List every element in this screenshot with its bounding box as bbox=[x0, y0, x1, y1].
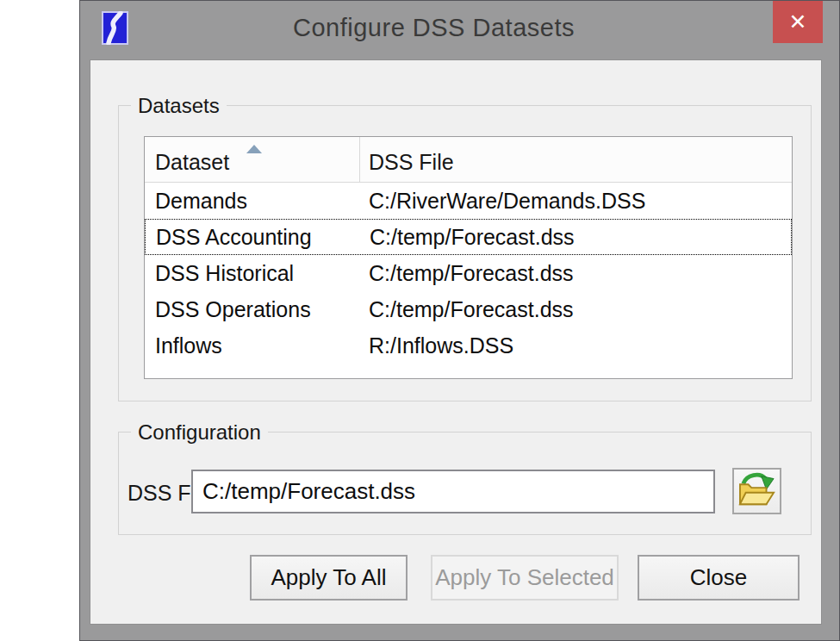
datasets-table-header: Dataset DSS File bbox=[145, 137, 792, 183]
cell-dataset: Inflows bbox=[145, 327, 360, 364]
apply-to-selected-button: Apply To Selected bbox=[431, 555, 619, 601]
configuration-group-label: Configuration bbox=[131, 420, 268, 445]
close-dialog-button[interactable]: Close bbox=[638, 555, 800, 601]
table-row[interactable]: Inflows R:/Inflows.DSS bbox=[145, 327, 792, 364]
window-title: Configure DSS Datasets bbox=[80, 14, 787, 42]
titlebar[interactable]: Configure DSS Datasets ✕ bbox=[80, 1, 839, 59]
table-row[interactable]: Demands C:/RiverWare/Demands.DSS bbox=[145, 183, 792, 219]
datasets-table[interactable]: Dataset DSS File Demands C:/RiverWare/De… bbox=[144, 136, 793, 379]
datasets-group-label: Datasets bbox=[131, 94, 227, 118]
apply-to-all-button[interactable]: Apply To All bbox=[250, 555, 408, 601]
column-header-dss-file[interactable]: DSS File bbox=[360, 137, 792, 182]
table-row[interactable]: DSS Historical C:/temp/Forecast.dss bbox=[145, 255, 792, 291]
browse-file-button[interactable] bbox=[732, 468, 781, 514]
cell-dataset: DSS Historical bbox=[145, 255, 360, 291]
cell-dataset: Demands bbox=[145, 183, 360, 219]
cell-dataset: DSS Accounting bbox=[146, 220, 361, 254]
dialog-window: Configure DSS Datasets ✕ Datasets Datase… bbox=[79, 0, 840, 641]
cell-dss-file: C:/temp/Forecast.dss bbox=[361, 220, 791, 254]
column-header-dataset[interactable]: Dataset bbox=[145, 137, 360, 182]
cell-dss-file: R:/Inflows.DSS bbox=[360, 327, 792, 364]
open-folder-green-arrow-icon bbox=[738, 471, 776, 511]
cell-dataset: DSS Operations bbox=[145, 291, 360, 327]
cell-dss-file: C:/RiverWare/Demands.DSS bbox=[360, 183, 792, 219]
datasets-groupbox: Datasets Dataset DSS File Demands C:/Riv… bbox=[118, 105, 812, 401]
table-row-selected[interactable]: DSS Accounting C:/temp/Forecast.dss bbox=[145, 219, 792, 255]
configuration-groupbox: Configuration DSS File: bbox=[118, 432, 812, 535]
close-button[interactable]: ✕ bbox=[773, 1, 823, 43]
cell-dss-file: C:/temp/Forecast.dss bbox=[360, 291, 792, 327]
sort-ascending-icon bbox=[246, 145, 262, 153]
dialog-client-area: Datasets Dataset DSS File Demands C:/Riv… bbox=[90, 59, 822, 625]
cell-dss-file: C:/temp/Forecast.dss bbox=[360, 255, 792, 291]
dss-file-input[interactable] bbox=[191, 470, 715, 513]
table-row[interactable]: DSS Operations C:/temp/Forecast.dss bbox=[145, 291, 792, 327]
